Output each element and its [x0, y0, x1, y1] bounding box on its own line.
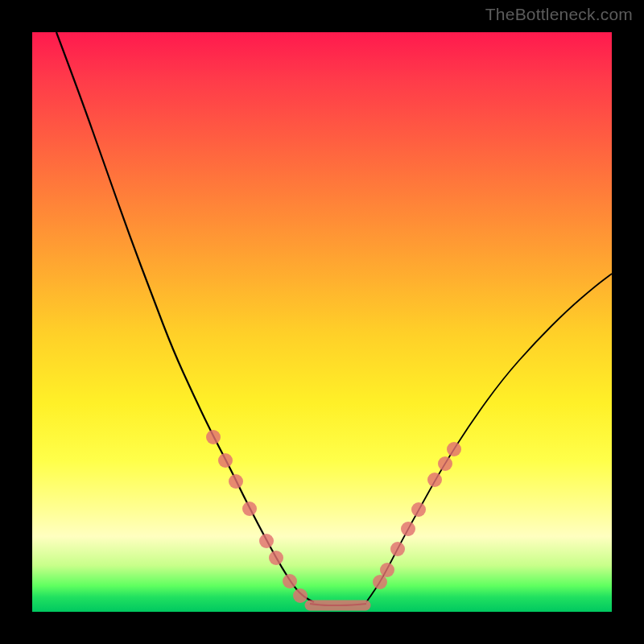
- marker-dot: [427, 473, 442, 487]
- marker-dot: [283, 574, 297, 588]
- marker-dot: [259, 534, 274, 548]
- marker-dot: [206, 430, 221, 444]
- marker-dot: [447, 442, 461, 456]
- markers-right: [373, 442, 461, 589]
- bottleneck-chart: [32, 32, 612, 612]
- marker-dot: [229, 474, 243, 489]
- markers-left: [206, 430, 308, 603]
- marker-dot: [293, 588, 308, 603]
- marker-dot: [218, 453, 233, 468]
- marker-dot: [380, 563, 394, 577]
- curve-left-branch: [56, 32, 314, 602]
- watermark-label: TheBottleneck.com: [485, 5, 633, 24]
- chart-svg: [32, 32, 612, 612]
- marker-dot: [438, 456, 452, 471]
- marker-dot: [390, 542, 405, 556]
- marker-dot: [269, 551, 283, 565]
- marker-dot: [411, 502, 426, 517]
- app-frame: TheBottleneck.com: [0, 0, 644, 644]
- marker-dot: [373, 575, 387, 589]
- marker-dot: [401, 522, 415, 536]
- marker-dot: [242, 502, 257, 516]
